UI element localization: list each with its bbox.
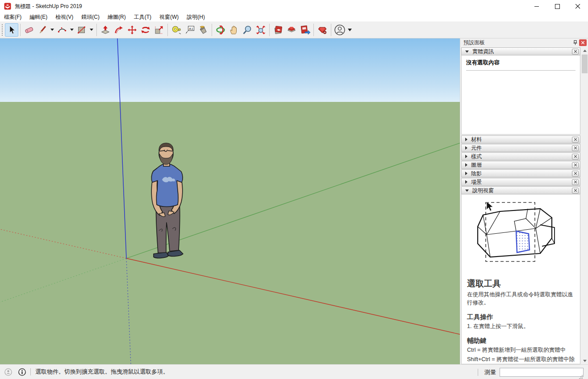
account-icon: [334, 24, 346, 36]
menu-camera[interactable]: 鏡頭(C): [77, 13, 104, 22]
zoom-extents-icon: [255, 25, 266, 35]
no-selection-text: 沒有選取內容: [466, 59, 575, 67]
text-label-icon: A1: [184, 25, 195, 35]
pushpull-icon: [100, 25, 111, 35]
section-label: 陰影: [471, 170, 572, 177]
section-label: 實體資訊: [472, 48, 572, 55]
3d-warehouse-button[interactable]: [271, 23, 285, 37]
paint-bucket-icon: [198, 25, 209, 35]
arc-icon: [57, 25, 67, 35]
section-layers[interactable]: 圖層: [461, 161, 580, 169]
help-ops-title: 工具操作: [467, 313, 575, 321]
move-icon: [127, 25, 138, 35]
section-close-button[interactable]: [572, 188, 579, 194]
zoom-extents-tool-button[interactable]: [254, 23, 267, 37]
scale-icon: [154, 25, 164, 35]
toolbar: A1: [0, 21, 588, 38]
section-scenes[interactable]: 場景: [461, 178, 580, 186]
section-label: 場景: [471, 178, 572, 186]
line-tool-button[interactable]: [36, 23, 49, 37]
section-label: 說明視窗: [472, 187, 572, 194]
line-tool-dropdown[interactable]: [49, 23, 55, 37]
scroll-up-button[interactable]: [581, 47, 588, 54]
menu-view[interactable]: 檢視(V): [51, 13, 77, 22]
rotate-tool-button[interactable]: [139, 23, 152, 37]
expand-icon: [465, 163, 467, 167]
drawing-viewport[interactable]: [0, 38, 460, 364]
sketchup-logo-icon: [4, 3, 11, 10]
rectangle-icon: [76, 25, 87, 35]
window-title: 無標題 - SketchUp Pro 2019: [15, 3, 82, 10]
section-label: 材料: [471, 136, 572, 143]
section-close-button[interactable]: [572, 49, 579, 55]
pencil-icon: [37, 25, 48, 35]
pan-tool-button[interactable]: [227, 23, 241, 37]
toolbar-drag-handle[interactable]: [1, 23, 4, 37]
select-tool-button[interactable]: [5, 23, 18, 37]
close-button[interactable]: [567, 0, 588, 13]
menu-file[interactable]: 檔案(F): [0, 13, 25, 22]
pushpull-tool-button[interactable]: [99, 23, 112, 37]
account-button[interactable]: [333, 23, 346, 37]
minimize-button[interactable]: [526, 0, 547, 13]
orbit-tool-button[interactable]: [214, 23, 227, 37]
menu-bar: 檔案(F) 編輯(E) 檢視(V) 鏡頭(C) 繪圖(R) 工具(T) 視窗(W…: [0, 13, 588, 21]
tape-measure-tool-button[interactable]: [170, 23, 183, 37]
extension-warehouse-button[interactable]: [285, 23, 298, 37]
measurements-input[interactable]: [500, 368, 584, 377]
section-close-button[interactable]: [572, 162, 579, 168]
credits-info-icon[interactable]: [18, 368, 26, 376]
section-entity-info[interactable]: 實體資訊: [461, 47, 580, 55]
3d-warehouse-icon: [273, 25, 284, 35]
panel-title-bar[interactable]: 預設面板: [460, 38, 588, 47]
section-close-button[interactable]: [572, 171, 579, 177]
section-instructor[interactable]: 說明視窗: [461, 186, 580, 194]
section-close-button[interactable]: [572, 137, 579, 143]
measurements-label: 測量: [484, 368, 496, 376]
ground-plane: [0, 102, 460, 364]
panel-scrollbar[interactable]: [581, 47, 588, 364]
followme-tool-button[interactable]: [112, 23, 125, 37]
menu-draw[interactable]: 繪圖(R): [104, 13, 130, 22]
rectangle-tool-button[interactable]: [75, 23, 88, 37]
extension-manager-icon: [317, 25, 328, 35]
scrollbar-thumb[interactable]: [582, 55, 588, 73]
arc-tool-button[interactable]: [55, 23, 69, 37]
section-label: 元件: [471, 144, 572, 152]
zoom-tool-button[interactable]: [241, 23, 254, 37]
section-components[interactable]: 元件: [461, 144, 580, 152]
section-shadows[interactable]: 陰影: [461, 169, 580, 177]
menu-tools[interactable]: 工具(T): [130, 13, 155, 22]
eraser-tool-button[interactable]: [22, 23, 36, 37]
scroll-down-button[interactable]: [581, 357, 588, 364]
menu-edit[interactable]: 編輯(E): [25, 13, 51, 22]
rectangle-tool-dropdown[interactable]: [88, 23, 95, 37]
geolocation-status-icon[interactable]: [4, 368, 12, 376]
panel-close-button[interactable]: [579, 39, 587, 46]
help-description: 在使用其他操作工具或命令時選取實體以進行修改。: [467, 291, 575, 307]
text-tool-button[interactable]: A1: [183, 23, 196, 37]
move-tool-button[interactable]: [125, 23, 139, 37]
section-styles[interactable]: 樣式: [461, 152, 580, 160]
scale-tool-button[interactable]: [152, 23, 166, 37]
account-dropdown[interactable]: [346, 23, 353, 37]
arc-tool-dropdown[interactable]: [69, 23, 75, 37]
pin-icon[interactable]: [571, 39, 579, 46]
send-to-layout-button[interactable]: [298, 23, 312, 37]
paint-bucket-tool-button[interactable]: [196, 23, 210, 37]
menu-help[interactable]: 說明(H): [183, 13, 209, 22]
resize-grip-icon[interactable]: [579, 375, 583, 379]
section-close-button[interactable]: [572, 179, 579, 185]
help-key-ctrl: Ctrl = 將實體新增到一組所選取的實體中: [467, 346, 575, 354]
section-materials[interactable]: 材料: [461, 135, 580, 143]
svg-text:A1: A1: [189, 26, 193, 30]
extension-manager-button[interactable]: [316, 23, 329, 37]
section-close-button[interactable]: [572, 145, 579, 151]
section-close-button[interactable]: [572, 154, 579, 160]
status-bar: 選取物件。切換到擴充選取。拖曳滑鼠以選取多項。 測量: [0, 364, 588, 379]
maximize-button[interactable]: [547, 0, 567, 13]
menu-window[interactable]: 視窗(W): [155, 13, 183, 22]
collapse-icon: [465, 190, 469, 192]
expand-icon: [465, 172, 467, 175]
followme-icon: [113, 25, 124, 35]
